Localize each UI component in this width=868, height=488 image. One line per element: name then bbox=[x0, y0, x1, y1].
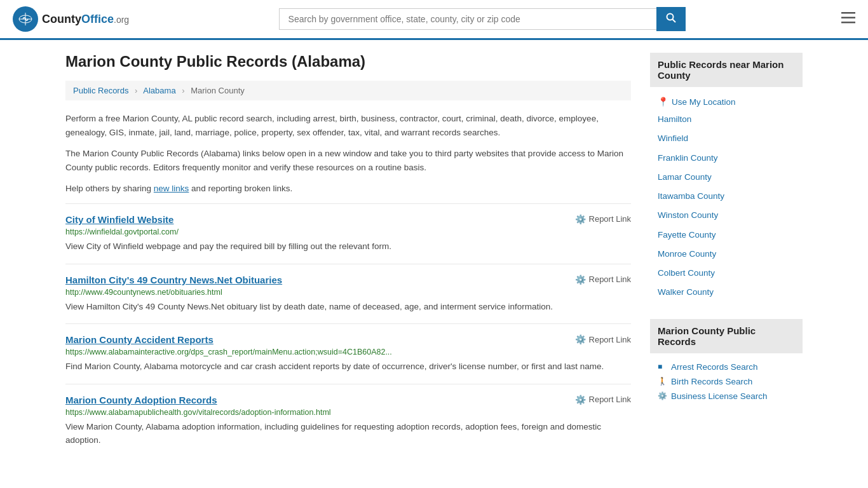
new-links-link[interactable]: new links bbox=[154, 184, 189, 193]
sidebar-nearby-section: Public Records near Marion County 📍 Use … bbox=[650, 53, 803, 306]
record-link-label[interactable]: Business License Search bbox=[671, 391, 768, 401]
use-location-label: Use My Location bbox=[672, 97, 736, 107]
record-title[interactable]: City of Winfield Website bbox=[65, 214, 173, 225]
record-header: Marion County Adoption Records ⚙️ Report… bbox=[65, 395, 631, 405]
report-link-button[interactable]: ⚙️ Report Link bbox=[575, 395, 631, 405]
report-icon: ⚙️ bbox=[575, 334, 586, 344]
report-link-label: Report Link bbox=[589, 274, 631, 284]
header: CountyOffice.org bbox=[0, 0, 868, 40]
nearby-link[interactable]: Monroe County bbox=[650, 245, 803, 264]
record-description: View Hamilton City's 49 County News.Net … bbox=[65, 300, 631, 314]
business-icon: ⚙️ bbox=[658, 391, 667, 400]
record-link-label[interactable]: Birth Records Search bbox=[671, 377, 752, 386]
logo-icon bbox=[13, 6, 38, 32]
search-area bbox=[279, 7, 686, 31]
sidebar: Public Records near Marion County 📍 Use … bbox=[650, 53, 803, 458]
nearby-link[interactable]: Fayette County bbox=[650, 226, 803, 245]
report-link-label: Report Link bbox=[589, 335, 631, 344]
description-prefix: Help others by sharing bbox=[65, 184, 154, 193]
svg-point-4 bbox=[667, 14, 673, 20]
nearby-link[interactable]: Winfield bbox=[650, 129, 803, 148]
birth-icon: 🚶 bbox=[658, 377, 667, 386]
sidebar-records-content: ■ Arrest Records Search 🚶 Birth Records … bbox=[650, 356, 803, 407]
nearby-link[interactable]: Lamar County bbox=[650, 168, 803, 187]
sidebar-records-section: Marion County Public Records ■ Arrest Re… bbox=[650, 319, 803, 407]
svg-line-5 bbox=[672, 20, 675, 23]
report-link-button[interactable]: ⚙️ Report Link bbox=[575, 214, 631, 224]
breadcrumb-sep-2: › bbox=[182, 86, 184, 95]
record-url: https://www.alabamapublichealth.gov/vita… bbox=[65, 408, 631, 417]
sidebar-record-link[interactable]: 🚶 Birth Records Search bbox=[650, 374, 803, 389]
record-header: Marion County Accident Reports ⚙️ Report… bbox=[65, 334, 631, 345]
record-url: https://winfieldal.govtportal.com/ bbox=[65, 227, 631, 236]
description-text-2: The Marion County Public Records (Alabam… bbox=[65, 147, 631, 174]
record-entry: Marion County Adoption Records ⚙️ Report… bbox=[65, 384, 631, 458]
record-description: View City of Winfield webpage and pay th… bbox=[65, 240, 631, 254]
search-button[interactable] bbox=[656, 7, 686, 31]
report-link-button[interactable]: ⚙️ Report Link bbox=[575, 274, 631, 285]
record-url: https://www.alabamainteractive.org/dps_c… bbox=[65, 348, 631, 356]
record-title[interactable]: Marion County Adoption Records bbox=[65, 395, 217, 405]
breadcrumb: Public Records › Alabama › Marion County bbox=[65, 81, 631, 100]
description-section: Perform a free Marion County, AL public … bbox=[65, 112, 631, 196]
sidebar-record-link[interactable]: ■ Arrest Records Search bbox=[650, 360, 803, 374]
record-title[interactable]: Marion County Accident Reports bbox=[65, 334, 214, 345]
sidebar-nearby-content: 📍 Use My Location HamiltonWinfieldFrankl… bbox=[650, 90, 803, 306]
sidebar-records-header: Marion County Public Records bbox=[650, 319, 803, 353]
svg-rect-7 bbox=[841, 17, 855, 19]
location-icon: 📍 bbox=[658, 97, 668, 107]
breadcrumb-sep-1: › bbox=[135, 86, 137, 95]
record-link-label[interactable]: Arrest Records Search bbox=[671, 362, 758, 372]
nearby-link[interactable]: Walker County bbox=[650, 283, 803, 302]
description-text-1: Perform a free Marion County, AL public … bbox=[65, 112, 631, 139]
record-title[interactable]: Hamilton City's 49 Country News.Net Obit… bbox=[65, 274, 282, 285]
nearby-link[interactable]: Itawamba County bbox=[650, 187, 803, 206]
arrest-icon: ■ bbox=[658, 362, 667, 371]
nearby-link[interactable]: Franklin County bbox=[650, 149, 803, 168]
records-container: City of Winfield Website ⚙️ Report Link … bbox=[65, 203, 631, 458]
use-my-location[interactable]: 📍 Use My Location bbox=[650, 93, 803, 110]
nearby-link[interactable]: Hamilton bbox=[650, 110, 803, 129]
sidebar-record-link[interactable]: ⚙️ Business License Search bbox=[650, 389, 803, 403]
logo-text: CountyOffice.org bbox=[42, 13, 129, 26]
record-url: http://www.49countynews.net/obituaries.h… bbox=[65, 288, 631, 297]
nearby-link[interactable]: Colbert County bbox=[650, 264, 803, 283]
record-entry: City of Winfield Website ⚙️ Report Link … bbox=[65, 203, 631, 264]
report-link-label: Report Link bbox=[589, 214, 631, 224]
nearby-link[interactable]: Winston County bbox=[650, 206, 803, 225]
breadcrumb-public-records[interactable]: Public Records bbox=[73, 86, 128, 95]
record-links-list: ■ Arrest Records Search 🚶 Birth Records … bbox=[650, 360, 803, 403]
record-entry: Hamilton City's 49 Country News.Net Obit… bbox=[65, 264, 631, 324]
report-icon: ⚙️ bbox=[575, 395, 586, 405]
description-text-3: Help others by sharing new links and rep… bbox=[65, 182, 631, 196]
report-link-label: Report Link bbox=[589, 395, 631, 404]
record-header: City of Winfield Website ⚙️ Report Link bbox=[65, 214, 631, 225]
report-icon: ⚙️ bbox=[575, 274, 586, 285]
report-link-button[interactable]: ⚙️ Report Link bbox=[575, 334, 631, 344]
report-icon: ⚙️ bbox=[575, 214, 586, 224]
breadcrumb-current: Marion County bbox=[191, 86, 245, 95]
menu-button[interactable] bbox=[841, 11, 855, 27]
page-title: Marion County Public Records (Alabama) bbox=[65, 53, 631, 71]
sidebar-nearby-header: Public Records near Marion County bbox=[650, 53, 803, 87]
breadcrumb-alabama[interactable]: Alabama bbox=[143, 86, 175, 95]
search-input[interactable] bbox=[279, 8, 656, 30]
record-header: Hamilton City's 49 Country News.Net Obit… bbox=[65, 274, 631, 285]
description-suffix: and reporting broken links. bbox=[189, 184, 292, 193]
svg-rect-6 bbox=[841, 12, 855, 14]
content-area: Marion County Public Records (Alabama) P… bbox=[65, 53, 631, 458]
svg-rect-8 bbox=[841, 22, 855, 24]
record-description: View Marion County, Alabama adoption inf… bbox=[65, 420, 631, 447]
logo-area: CountyOffice.org bbox=[13, 6, 129, 32]
record-description: Find Marion County, Alabama motorcycle a… bbox=[65, 360, 631, 374]
record-entry: Marion County Accident Reports ⚙️ Report… bbox=[65, 323, 631, 384]
nearby-links-list: HamiltonWinfieldFranklin CountyLamar Cou… bbox=[650, 110, 803, 302]
main-container: Marion County Public Records (Alabama) P… bbox=[53, 40, 815, 470]
